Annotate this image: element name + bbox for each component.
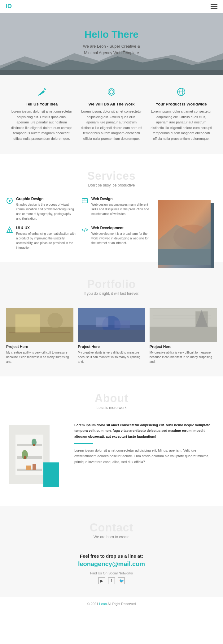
- footer-copyright: © 2021: [87, 602, 98, 606]
- service-text-1: Web Design Web design encompasses many d…: [91, 197, 152, 221]
- portfolio-item-0: Project Here My creative ability is very…: [6, 308, 73, 364]
- svg-rect-53: [33, 464, 36, 470]
- portfolio-header: Portfolio If you do it right, it will la…: [6, 265, 217, 305]
- web-design-icon: [81, 197, 88, 221]
- about-section: About Less is more work: [0, 376, 223, 506]
- portfolio-section: Portfolio If you do it right, it will la…: [0, 262, 223, 376]
- footer: © 2021 Leon All Right Reserved: [0, 597, 223, 611]
- about-text-container: Lorem ipsum dolor sit amet consectetur a…: [74, 422, 217, 490]
- navbar-logo: IO: [6, 3, 12, 10]
- service-item-1: Web Design Web design encompasses many d…: [81, 197, 152, 221]
- social-icon-youtube[interactable]: ▶: [98, 577, 105, 584]
- portfolio-item-text-1: My creative ability is very difficult to…: [78, 350, 145, 364]
- feature-title-0: Tell Us Your Idea: [11, 102, 73, 106]
- contact-email[interactable]: leonagency@mail.com: [6, 560, 217, 568]
- menu-line-1: [211, 4, 217, 5]
- social-icon-facebook[interactable]: f: [108, 577, 115, 584]
- menu-line-3: [211, 8, 217, 9]
- contact-section: Contact We are born to create Feel free …: [0, 506, 223, 597]
- about-teal-decoration: [43, 462, 59, 487]
- service-item-0: Graphic Design Graphic design is the pro…: [6, 197, 77, 221]
- services-section-title: Services: [12, 170, 211, 182]
- hero-subtitle: We are Leon - Super Creative & Minimal A…: [83, 43, 140, 56]
- portfolio-item-text-0: My creative ability is very difficult to…: [6, 350, 73, 364]
- portfolio-grid: Project Here My creative ability is very…: [6, 308, 217, 364]
- about-content: Lorem ipsum dolor sit amet consectetur a…: [6, 422, 217, 490]
- contact-free-text: Feel free to drop us a line at:: [6, 553, 217, 559]
- about-section-sub: Less is more work: [12, 406, 211, 410]
- svg-point-28: [47, 313, 63, 328]
- svg-rect-33: [96, 317, 109, 327]
- contact-social-label: Find Us On Social Networks: [6, 571, 217, 575]
- svg-rect-49: [24, 456, 26, 459]
- svg-rect-2: [0, 70, 223, 75]
- about-image-container: [6, 422, 68, 490]
- svg-point-15: [83, 199, 83, 200]
- svg-rect-34: [115, 320, 130, 328]
- feature-text-0: Lorem ipsum, dolor sit amet consectetur …: [11, 109, 73, 142]
- svg-rect-52: [26, 466, 31, 470]
- service-item-3: Web Development Web development is a bro…: [81, 226, 152, 250]
- about-header: About Less is more work: [6, 380, 217, 419]
- social-icon-twitter[interactable]: 🐦: [118, 577, 125, 584]
- about-regular-text: Lorem ipsum dolor sit amet consectetur a…: [74, 448, 217, 465]
- portfolio-section-title: Portfolio: [12, 278, 211, 291]
- hero-title: Hello There: [83, 29, 140, 40]
- feature-text-1: Lorem ipsum, dolor sit amet consectetur …: [81, 109, 142, 142]
- services-header: Services Don't be busy, be productive: [6, 157, 217, 197]
- feature-title-2: Your Product is Worldwide: [150, 102, 212, 106]
- feature-icon-1: [81, 87, 142, 99]
- contact-header: Contact We are born to create: [6, 509, 217, 548]
- portfolio-image-1: [78, 308, 145, 342]
- feature-text-2: Lorem ipsum, dolor sit amet consectetur …: [150, 109, 212, 142]
- services-image-inner: [158, 200, 211, 268]
- hero-section: Hello There We are Leon - Super Creative…: [0, 13, 223, 75]
- service-text-3: Web Development Web development is a bro…: [91, 226, 152, 250]
- portfolio-item-title-0: Project Here: [6, 345, 73, 349]
- feature-item-1: We Will Do All The Work Lorem ipsum, dol…: [81, 87, 142, 142]
- about-divider: [74, 443, 93, 444]
- service-text-2: UI & UX Process of enhancing user satisf…: [16, 226, 77, 250]
- svg-rect-3: [44, 88, 46, 90]
- contact-section-sub: We are born to create: [12, 535, 211, 539]
- svg-rect-46: [17, 456, 42, 459]
- about-section-title: About: [12, 392, 211, 405]
- service-item-2: UI & UX Process of enhancing user satisf…: [6, 226, 77, 250]
- svg-rect-51: [33, 444, 35, 446]
- svg-line-4: [38, 94, 39, 96]
- feature-icon-0: [11, 87, 73, 99]
- contact-section-title: Contact: [12, 521, 211, 534]
- svg-point-16: [84, 199, 85, 200]
- navbar: IO: [0, 0, 223, 13]
- web-dev-icon: [81, 226, 88, 250]
- services-section: Services Don't be busy, be productive Gr…: [0, 154, 223, 262]
- footer-brand-link[interactable]: Leon: [99, 602, 107, 606]
- graphic-design-icon: [6, 197, 13, 221]
- ui-ux-icon: [6, 226, 13, 250]
- services-grid: Graphic Design Graphic design is the pro…: [6, 197, 217, 250]
- portfolio-item-text-2: My creative ability is very difficult to…: [150, 350, 217, 364]
- services-section-sub: Don't be busy, be productive: [12, 183, 211, 187]
- portfolio-item-1: Project Here My creative ability is very…: [78, 308, 145, 364]
- svg-line-20: [84, 228, 85, 232]
- social-icons-group: ▶ f 🐦: [6, 577, 217, 584]
- svg-rect-35: [78, 329, 145, 342]
- feature-icon-2: [150, 87, 212, 99]
- service-text-0: Graphic Design Graphic design is the pro…: [16, 197, 77, 221]
- feature-item-2: Your Product is Worldwide Lorem ipsum, d…: [150, 87, 212, 142]
- portfolio-image-2: [150, 308, 217, 342]
- portfolio-section-sub: If you do it right, it will last forever…: [12, 291, 211, 296]
- portfolio-image-0: [6, 308, 73, 342]
- feature-title-1: We Will Do All The Work: [81, 102, 142, 106]
- about-bold-text: Lorem ipsum dolor sit amet consectetur a…: [74, 422, 217, 440]
- svg-point-12: [7, 198, 8, 200]
- services-list: Graphic Design Graphic design is the pro…: [6, 197, 152, 250]
- portfolio-item-title-1: Project Here: [78, 345, 145, 349]
- portfolio-item-2: Project Here My creative ability is very…: [150, 308, 217, 364]
- features-section: Tell Us Your Idea Lorem ipsum, dolor sit…: [0, 75, 223, 154]
- svg-rect-47: [17, 444, 42, 446]
- svg-point-19: [9, 231, 10, 232]
- svg-marker-6: [109, 90, 114, 94]
- hamburger-menu-button[interactable]: [211, 4, 217, 9]
- svg-rect-27: [15, 314, 40, 333]
